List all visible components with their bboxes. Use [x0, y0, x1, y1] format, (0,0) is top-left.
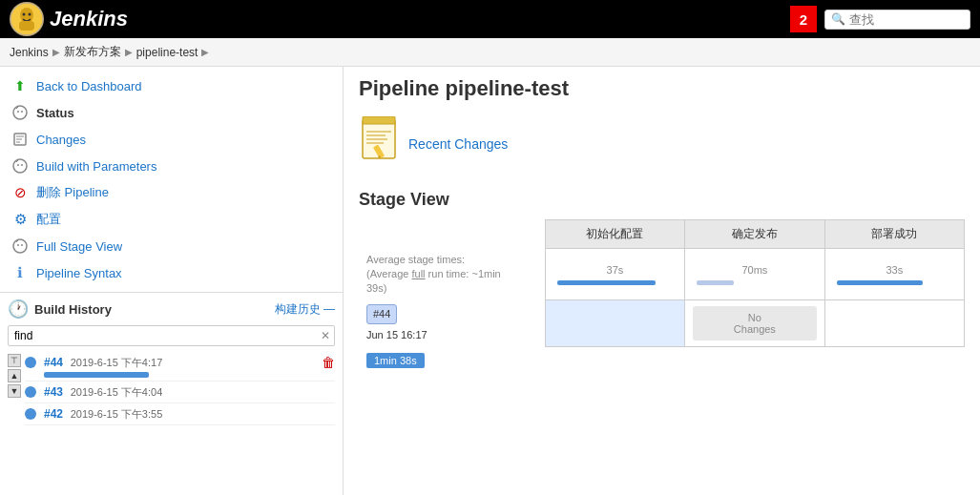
- build-history-title-area: 🕐 Build History: [8, 299, 112, 320]
- sidebar-item-status[interactable]: Status: [0, 99, 343, 126]
- run-time-spacer: [545, 347, 964, 372]
- recent-changes-link[interactable]: Recent Changes: [408, 136, 508, 152]
- svg-point-7: [21, 111, 23, 113]
- build-status-dot: [25, 357, 36, 368]
- svg-point-5: [13, 106, 27, 119]
- jenkins-title: Jenkins: [50, 7, 128, 31]
- breadcrumb-sep-2: ▶: [125, 47, 133, 57]
- build-item: #42 2019-6-15 下午3:55: [25, 403, 335, 425]
- build-time: 2019-6-15 下午4:04: [71, 386, 163, 398]
- scroll-down-button[interactable]: ▼: [8, 384, 21, 398]
- jenkins-logo[interactable]: Jenkins: [10, 2, 128, 36]
- header: Jenkins 2 🔍: [0, 0, 980, 38]
- svg-point-14: [17, 164, 19, 166]
- build-status-dot: [25, 386, 36, 398]
- status-icon: [11, 104, 29, 121]
- search-icon: 🔍: [831, 12, 845, 26]
- main-layout: ⬆ Back to Dashboard Status Changes Buil: [0, 67, 980, 495]
- sidebar-label-pipeline-syntax: Pipeline Syntax: [36, 266, 122, 280]
- svg-point-17: [13, 239, 27, 253]
- sidebar-label-delete-pipeline: 删除 Pipeline: [36, 184, 109, 201]
- scroll-up-button[interactable]: ▲: [8, 369, 21, 382]
- sidebar-item-pipeline-syntax[interactable]: ℹ Pipeline Syntax: [0, 259, 343, 286]
- sidebar-label-changes: Changes: [36, 133, 86, 147]
- svg-point-19: [21, 244, 23, 246]
- build-history: 🕐 Build History 构建历史 — ✕ ⊤ ▲ ▼: [0, 292, 343, 431]
- build-search[interactable]: ✕: [8, 325, 335, 346]
- scroll-to-top-button[interactable]: ⊤: [8, 354, 21, 367]
- stage-run-cell-2: [824, 300, 964, 347]
- build-params-icon: [11, 157, 29, 175]
- build-list-with-controls: ⊤ ▲ ▼ #44 2019-6-15 下午4:17 🗑: [8, 352, 335, 425]
- sidebar-item-back-dashboard[interactable]: ⬆ Back to Dashboard: [0, 72, 343, 99]
- sidebar: ⬆ Back to Dashboard Status Changes Buil: [0, 67, 344, 495]
- page-title: Pipeline pipeline-test: [359, 76, 965, 101]
- breadcrumb-jenkins[interactable]: Jenkins: [10, 46, 49, 59]
- stage-run-cell-0: [545, 300, 684, 347]
- build-item: #44 2019-6-15 下午4:17 🗑: [25, 352, 335, 382]
- stage-avg-time-1: 70ms: [685, 249, 824, 300]
- build-history-link[interactable]: 构建历史 —: [275, 301, 335, 318]
- build-tag: #44: [366, 304, 397, 324]
- header-left: Jenkins: [10, 2, 128, 36]
- build-num-link[interactable]: #44: [44, 356, 63, 369]
- build-delete-button[interactable]: 🗑: [322, 355, 335, 370]
- build-info: #43 2019-6-15 下午4:04: [44, 384, 335, 400]
- sidebar-item-build-with-params[interactable]: Build with Parameters: [0, 153, 343, 179]
- stage-view-table: 初始化配置 确定发布 部署成功 Average stage times: (Av…: [359, 219, 965, 372]
- arrow-up-icon: ⬆: [11, 77, 29, 94]
- full-stage-icon: [11, 237, 29, 255]
- content: Pipeline pipeline-test Recent Changes: [344, 67, 980, 495]
- svg-point-3: [29, 13, 31, 16]
- stage-avg-time-2: 33s: [824, 249, 964, 300]
- sidebar-item-changes[interactable]: Changes: [0, 126, 343, 153]
- gear-icon: ⚙: [11, 211, 29, 228]
- stage-view-title: Stage View: [359, 190, 965, 210]
- build-clock-time: 16:17: [401, 329, 427, 340]
- breadcrumb: Jenkins ▶ 新发布方案 ▶ pipeline-test ▶: [0, 38, 980, 67]
- build-history-header: 🕐 Build History 构建历史 —: [8, 299, 335, 320]
- sidebar-item-full-stage-view[interactable]: Full Stage View: [0, 233, 343, 259]
- breadcrumb-release[interactable]: 新发布方案: [64, 44, 121, 60]
- stage-progress-2: [837, 280, 924, 285]
- svg-point-18: [17, 244, 19, 246]
- breadcrumb-pipeline[interactable]: pipeline-test: [136, 46, 198, 59]
- build-info: #42 2019-6-15 下午3:55: [44, 406, 335, 422]
- jenkins-avatar: [10, 2, 44, 36]
- stage-progress-1: [697, 280, 734, 285]
- build-date: Jun 15: [366, 329, 398, 340]
- svg-point-2: [23, 13, 26, 16]
- build-num-link[interactable]: #43: [44, 385, 63, 399]
- breadcrumb-sep-1: ▶: [52, 47, 60, 57]
- stage-avg-time-0: 37s: [545, 249, 684, 300]
- sidebar-label-config: 配置: [36, 211, 61, 228]
- stage-avg-info: Average stage times: (Average full run t…: [359, 249, 545, 300]
- stage-header-1: 确定发布: [685, 220, 824, 249]
- build-history-title: Build History: [34, 302, 112, 317]
- sidebar-label-status: Status: [36, 106, 74, 120]
- search-input[interactable]: [849, 12, 964, 27]
- notification-badge[interactable]: 2: [790, 6, 817, 32]
- no-changes-label: No Changes: [693, 306, 816, 340]
- build-search-input[interactable]: [9, 326, 317, 345]
- sidebar-item-delete-pipeline[interactable]: ⊘ 删除 Pipeline: [0, 179, 343, 206]
- sidebar-label-build-with-params: Build with Parameters: [36, 159, 156, 174]
- svg-point-15: [21, 164, 23, 166]
- delete-icon: ⊘: [11, 184, 29, 201]
- search-box[interactable]: 🔍: [824, 10, 970, 30]
- build-run-info: #44 Jun 15 16:17: [359, 300, 545, 347]
- sidebar-label-full-stage-view: Full Stage View: [36, 239, 122, 254]
- build-info: #44 2019-6-15 下午4:17: [44, 355, 314, 378]
- sidebar-item-config[interactable]: ⚙ 配置: [0, 206, 343, 233]
- build-num-link[interactable]: #42: [44, 407, 63, 421]
- build-items: #44 2019-6-15 下午4:17 🗑 #43 2019-6-15 下午4…: [25, 352, 335, 425]
- svg-point-6: [17, 111, 19, 113]
- changes-icon: [11, 131, 29, 148]
- build-item: #43 2019-6-15 下午4:04: [25, 382, 335, 403]
- recent-changes-area: Recent Changes: [359, 116, 965, 171]
- stage-run-cell-1: No Changes: [685, 300, 824, 347]
- svg-rect-22: [363, 116, 395, 124]
- header-right: 2 🔍: [790, 6, 970, 32]
- sidebar-nav: ⬆ Back to Dashboard Status Changes Buil: [0, 67, 343, 292]
- build-search-clear[interactable]: ✕: [317, 329, 334, 342]
